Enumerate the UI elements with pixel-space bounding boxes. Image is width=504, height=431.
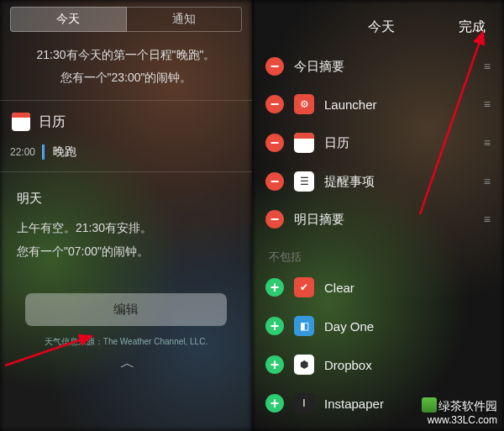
widget-name: Instapaper <box>324 397 384 411</box>
add-icon[interactable]: + <box>265 355 284 374</box>
app-icon: ☰ <box>294 171 314 192</box>
widget-name: 提醒事项 <box>324 174 375 190</box>
excluded-label: 不包括 <box>252 238 504 268</box>
widget-row[interactable]: −☰提醒事项≡ <box>252 162 504 201</box>
widget-row[interactable]: −今日摘要≡ <box>252 48 504 85</box>
widget-name: Dropbox <box>324 358 372 372</box>
remove-icon[interactable]: − <box>265 134 284 152</box>
watermark-logo-icon <box>422 397 437 413</box>
title-today: 今天 <box>368 18 395 36</box>
calendar-header: 日历 <box>0 104 252 139</box>
widget-name: 明日摘要 <box>294 212 344 228</box>
remove-icon[interactable]: − <box>265 57 284 76</box>
edit-button[interactable]: 编辑 <box>25 293 227 326</box>
top-bar: 今天 完成 <box>252 0 504 48</box>
right-screenshot: 今天 完成 −今日摘要≡−⚙Launcher≡−日历≡−☰提醒事项≡−明日摘要≡… <box>252 0 504 431</box>
calendar-title: 日历 <box>39 113 66 131</box>
add-icon[interactable]: + <box>265 317 284 335</box>
calendar-icon <box>12 113 30 131</box>
app-icon: ✔ <box>294 277 314 297</box>
summary-line: 您有一个"23:00"的闹钟。 <box>17 66 235 89</box>
widget-row[interactable]: −日历≡ <box>252 124 504 162</box>
done-button[interactable]: 完成 <box>459 18 486 36</box>
tomorrow-line: 您有一个"07:00"的闹钟。 <box>17 239 235 263</box>
tomorrow-title: 明天 <box>17 186 235 211</box>
calendar-icon <box>294 133 314 153</box>
app-icon: ⚙ <box>294 94 314 114</box>
widget-row[interactable]: +⬢Dropbox <box>252 345 504 384</box>
add-icon[interactable]: + <box>265 278 284 297</box>
watermark: 绿茶软件园 www.33LC.com <box>422 397 497 426</box>
widget-row[interactable]: +◧Day One <box>252 307 504 345</box>
summary-line: 21:30有今天的第一个日程"晚跑"。 <box>17 44 235 66</box>
widget-name: 今日摘要 <box>294 59 344 75</box>
widget-name: Clear <box>324 281 354 295</box>
drag-handle-icon[interactable]: ≡ <box>484 97 491 111</box>
separator <box>0 171 252 172</box>
spacer <box>270 18 304 36</box>
separator <box>0 100 252 101</box>
watermark-name: 绿茶软件园 <box>438 399 497 413</box>
app-icon: ◧ <box>294 316 314 336</box>
remove-icon[interactable]: − <box>265 95 284 113</box>
remove-icon[interactable]: − <box>265 172 284 191</box>
widget-row[interactable]: −明日摘要≡ <box>252 201 504 238</box>
widget-name: Launcher <box>324 97 377 112</box>
watermark-url: www.33LC.com <box>422 414 497 426</box>
add-icon[interactable]: + <box>265 394 284 413</box>
weather-source: 天气信息来源：The Weather Channel, LLC. <box>0 333 252 353</box>
left-screenshot: 今天 通知 21:30有今天的第一个日程"晚跑"。 您有一个"23:00"的闹钟… <box>0 0 252 431</box>
tab-bar: 今天 通知 <box>0 0 252 35</box>
app-icon: I <box>294 393 314 413</box>
remove-icon[interactable]: − <box>265 210 284 229</box>
event-time: 22:00 <box>0 145 42 160</box>
drag-handle-icon[interactable]: ≡ <box>484 175 491 188</box>
tomorrow-line: 上午有空。21:30有安排。 <box>17 216 235 239</box>
today-summary: 21:30有今天的第一个日程"晚跑"。 您有一个"23:00"的闹钟。 <box>0 35 252 97</box>
tab-today[interactable]: 今天 <box>10 7 127 32</box>
included-widgets-list: −今日摘要≡−⚙Launcher≡−日历≡−☰提醒事项≡−明日摘要≡ <box>252 48 504 238</box>
app-icon: ⬢ <box>294 355 314 375</box>
widget-name: Day One <box>324 319 374 334</box>
event-title: 晚跑 <box>53 145 252 160</box>
drag-handle-icon[interactable]: ≡ <box>484 60 491 73</box>
tomorrow-summary: 明天 上午有空。21:30有安排。 您有一个"07:00"的闹钟。 <box>0 176 252 273</box>
widget-row[interactable]: +✔Clear <box>252 268 504 307</box>
tab-notifications[interactable]: 通知 <box>127 7 243 32</box>
drag-handle-icon[interactable]: ≡ <box>484 213 491 226</box>
widget-row[interactable]: −⚙Launcher≡ <box>252 85 504 124</box>
drag-handle-icon[interactable]: ≡ <box>484 136 491 150</box>
event-color-bar <box>42 145 45 160</box>
chevron-up-icon[interactable]: ︿ <box>0 353 252 373</box>
widget-name: 日历 <box>324 135 349 151</box>
calendar-event[interactable]: 22:00 晚跑 <box>0 139 252 168</box>
